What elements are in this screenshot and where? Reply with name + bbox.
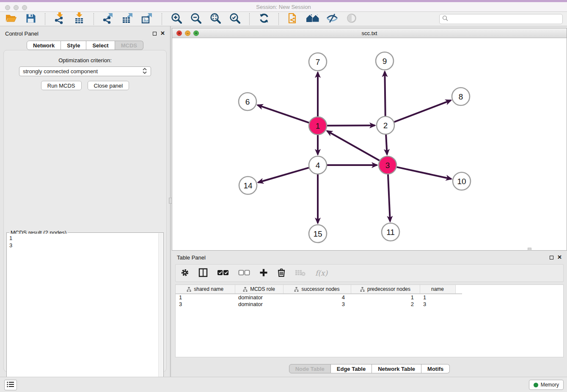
graph-node-3[interactable]: 3 — [379, 156, 396, 174]
edge-3-11[interactable] — [388, 174, 390, 221]
column-header-MCDS-role[interactable]: MCDS role — [235, 285, 283, 294]
search-box[interactable] — [439, 14, 563, 24]
criterion-dropdown[interactable]: strongly connected component — [19, 66, 151, 76]
float-table-panel-icon[interactable] — [550, 256, 553, 259]
task-history-button[interactable] — [4, 380, 17, 390]
graph-node-9[interactable]: 9 — [376, 52, 394, 70]
zoom-selected-button[interactable] — [228, 13, 242, 25]
export-image-button[interactable] — [140, 13, 154, 25]
table-cell[interactable]: 3 — [283, 301, 351, 307]
horizontal-splitter-grip[interactable] — [528, 248, 531, 251]
graph-node-6[interactable]: 6 — [239, 93, 256, 110]
svg-text:7: 7 — [316, 58, 320, 66]
edge-3-10[interactable] — [396, 167, 451, 179]
table-cell[interactable]: 1 — [176, 294, 235, 301]
import-network-icon — [54, 12, 65, 25]
table-cell[interactable]: 4 — [283, 294, 351, 301]
table-cell[interactable]: 3 — [176, 301, 235, 307]
first-neighbors-button[interactable] — [306, 13, 319, 25]
network-window-titlebar[interactable]: ✕ − + scc.txt — [172, 28, 567, 38]
graph-node-8[interactable]: 8 — [452, 88, 470, 105]
graph-node-10[interactable]: 10 — [453, 172, 471, 190]
mcds-result-scrollbar[interactable] — [158, 233, 163, 392]
function-builder-icon: f(x) — [315, 269, 328, 277]
graph-node-15[interactable]: 15 — [309, 225, 327, 243]
network-graph-canvas[interactable]: 1234678910111415 — [172, 38, 567, 250]
tab-motifs[interactable]: Motifs — [421, 364, 450, 373]
table-cell[interactable]: dominator — [235, 301, 283, 307]
export-table-button[interactable] — [121, 13, 135, 25]
graph-node-1[interactable]: 1 — [309, 117, 327, 135]
edge-1-6[interactable] — [258, 105, 309, 123]
table-cell[interactable]: dominator — [235, 294, 283, 301]
column-header-shared-name[interactable]: shared name — [176, 285, 235, 294]
zoom-fit-button[interactable] — [209, 13, 222, 25]
clone-network-icon — [288, 12, 299, 26]
edge-2-8[interactable] — [394, 100, 451, 122]
graph-node-4[interactable]: 4 — [309, 156, 327, 174]
edge-4-14[interactable] — [258, 168, 309, 182]
app-titlebar: Session: New Session — [0, 0, 567, 12]
import-network-button[interactable] — [53, 13, 66, 25]
tab-style[interactable]: Style — [61, 41, 86, 50]
open-folder-icon — [6, 14, 17, 24]
tab-select[interactable]: Select — [86, 41, 115, 50]
tab-network[interactable]: Network — [27, 41, 61, 50]
show-all-icon — [347, 13, 357, 25]
close-panel-button[interactable]: Close panel — [88, 81, 129, 90]
clone-network-button[interactable] — [286, 13, 300, 25]
table-row[interactable]: 1dominator411 — [176, 294, 462, 301]
delete-column-icon[interactable] — [277, 268, 286, 279]
svg-text:9: 9 — [383, 57, 387, 66]
table-cell[interactable]: 1 — [351, 294, 420, 301]
zoom-in-button[interactable] — [170, 13, 183, 25]
deselect-checks-icon[interactable] — [238, 270, 250, 277]
export-image-icon — [141, 12, 153, 25]
import-table-button[interactable] — [72, 13, 86, 25]
node-table[interactable]: shared nameMCDS rolesuccessor nodesprede… — [175, 284, 564, 357]
select-all-checks-icon[interactable] — [217, 270, 229, 277]
graph-node-11[interactable]: 11 — [382, 223, 399, 241]
memory-button[interactable]: Memory — [529, 380, 564, 390]
gear-icon[interactable] — [181, 268, 189, 278]
export-network-icon — [102, 12, 114, 25]
edge-3-1[interactable] — [327, 131, 380, 160]
node-table-grid[interactable]: shared nameMCDS rolesuccessor nodesprede… — [176, 285, 462, 307]
column-header-predecessor-nodes[interactable]: predecessor nodes — [351, 285, 420, 294]
tab-edge-table[interactable]: Edge Table — [331, 364, 372, 373]
save-icon — [26, 14, 36, 25]
mcds-result-text[interactable]: 1 3 — [8, 234, 158, 391]
edge-2-9[interactable] — [385, 72, 385, 116]
svg-text:8: 8 — [459, 92, 463, 101]
table-row[interactable]: 3dominator323 — [176, 301, 462, 307]
column-layout-icon[interactable] — [198, 268, 208, 279]
zoom-out-button[interactable] — [189, 13, 203, 25]
edge-2-3[interactable] — [386, 135, 387, 155]
table-cell[interactable]: 2 — [351, 301, 420, 307]
close-panel-icon[interactable]: ✕ — [160, 31, 165, 36]
search-input[interactable] — [450, 16, 560, 22]
add-column-icon[interactable] — [259, 268, 268, 278]
open-session-button[interactable] — [4, 13, 18, 25]
toolbar-separator — [162, 13, 162, 25]
main-toolbar — [0, 12, 567, 26]
refresh-button[interactable] — [257, 13, 271, 25]
float-panel-icon[interactable] — [153, 32, 157, 36]
graph-node-2[interactable]: 2 — [377, 116, 394, 134]
run-mcds-button[interactable]: Run MCDS — [41, 81, 82, 90]
table-cell[interactable]: 3 — [420, 301, 455, 307]
save-session-button[interactable] — [24, 13, 37, 25]
column-header-name[interactable]: name — [420, 285, 455, 294]
graph-node-7[interactable]: 7 — [309, 53, 327, 71]
tab-node-table[interactable]: Node Table — [289, 364, 331, 373]
graph-node-14[interactable]: 14 — [239, 177, 257, 194]
tab-mcds[interactable]: MCDS — [115, 41, 143, 50]
show-all-button[interactable] — [345, 13, 358, 25]
tab-network-table[interactable]: Network Table — [372, 364, 421, 373]
export-network-button[interactable] — [102, 13, 115, 25]
edge-1-2[interactable] — [327, 125, 375, 126]
table-cell[interactable]: 1 — [420, 294, 455, 301]
close-table-panel-icon[interactable]: ✕ — [557, 255, 562, 259]
column-header-successor-nodes[interactable]: successor nodes — [283, 285, 351, 294]
hide-selected-button[interactable] — [325, 13, 339, 25]
